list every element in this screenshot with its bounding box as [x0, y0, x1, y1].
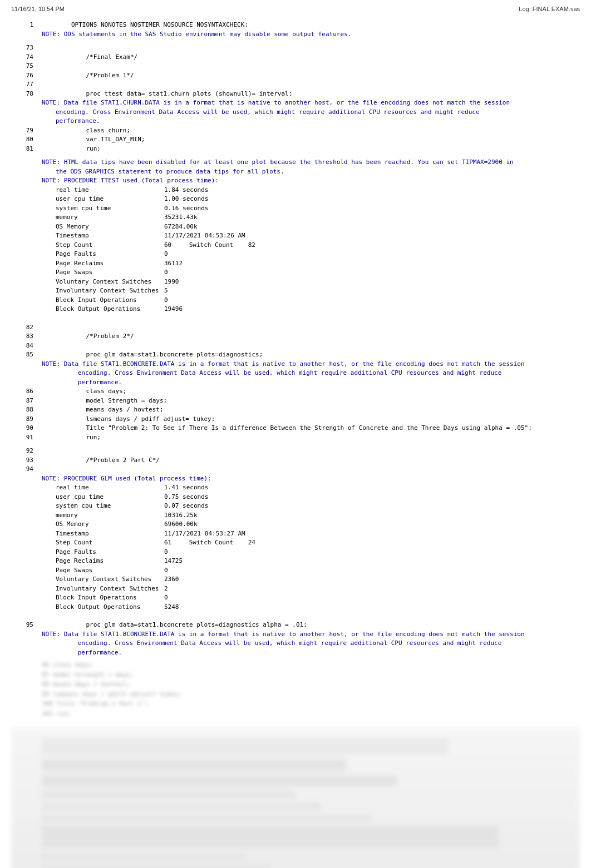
- line-code: class churn;: [42, 126, 580, 136]
- stat-value: 1990: [164, 277, 179, 287]
- stat-value: 0: [164, 566, 168, 576]
- stat-row-timestamp: Timestamp 11/17/2021 04:53:26 AM: [56, 231, 580, 241]
- line-code: /*Final Exam*/: [42, 53, 580, 62]
- stat-row-vol-ctx: Voluntary Context Switches 1990: [56, 277, 580, 287]
- stat-label: Timestamp: [56, 529, 164, 539]
- code-line-73: 73: [11, 43, 580, 53]
- note-bconcrete-1: NOTE: Data file STAT1.BCONCRETE.DATA is …: [11, 360, 580, 369]
- stat-label: system cpu time: [56, 204, 164, 214]
- stat-value: 0.75 seconds: [164, 493, 208, 502]
- stat-row-block-in: Block Input Operations 0: [56, 593, 580, 603]
- stat-value: 69600.00k: [164, 520, 198, 529]
- stat-value: 0: [164, 296, 168, 305]
- line-code: class days;: [42, 387, 580, 396]
- line-num: 78: [11, 90, 42, 99]
- stat-row-memory: memory 35231.43k: [56, 213, 580, 222]
- note-churn-3: performance.: [11, 117, 580, 126]
- line-num: 92: [11, 447, 42, 456]
- stat-row-page-reclaims: Page Reclaims 14725: [56, 557, 580, 566]
- stat-value: 35231.43k: [164, 213, 198, 222]
- code-line-95: 95 proc glm data=stat1.bconcrete plots=d…: [11, 621, 580, 630]
- stat-label: Voluntary Context Switches: [56, 575, 164, 584]
- code-line-1: 1 OPTIONS NONOTES NOSTIMER NOSOURCE NOSY…: [11, 21, 580, 30]
- stat-value: 0.16 seconds: [164, 204, 208, 214]
- stat-value: 60: [164, 241, 171, 250]
- blurred-line-3: 98 means days / hovtest;: [42, 679, 580, 690]
- stat-label: Page Reclaims: [56, 259, 164, 269]
- line-num: 90: [11, 424, 42, 433]
- line-num: 86: [11, 387, 42, 396]
- code-line-83: 83 /*Problem 2*/: [11, 332, 580, 341]
- line-code: [42, 43, 580, 53]
- line-num: 81: [11, 145, 42, 154]
- line-code: var TTL_DAY_MIN;: [42, 135, 580, 145]
- stat-row-user-cpu: user cpu time 0.75 seconds: [56, 493, 580, 502]
- blurred-code: 96 class days; 97 model Strength = days;…: [11, 660, 580, 719]
- stat-row-invol-ctx: Involuntary Context Switches 2: [56, 584, 580, 594]
- stat-label: Block Input Operations: [56, 593, 164, 603]
- stat-value: 5248: [164, 603, 179, 612]
- note-bconcrete-2: encoding. Cross Environment Data Access …: [11, 369, 580, 378]
- stat-row-memory: memory 10316.25k: [56, 511, 580, 520]
- stat-value: 5: [164, 286, 168, 296]
- code-line-85: 85 proc glm data=stat1.bconcrete plots=d…: [11, 350, 580, 360]
- code-line-88: 88 means days / hovtest;: [11, 405, 580, 415]
- line-code: [42, 465, 580, 474]
- stat-label: Page Faults: [56, 250, 164, 259]
- stat-label: Timestamp: [56, 231, 164, 241]
- stat-value: 61: [164, 538, 171, 548]
- stat-row-page-swaps: Page Swaps 0: [56, 268, 580, 277]
- line-code: [42, 62, 580, 71]
- line-code: [42, 323, 580, 333]
- stat-row-sys-cpu: system cpu time 0.07 seconds: [56, 502, 580, 511]
- stat-row-os-memory: OS Memory 67284.00k: [56, 222, 580, 232]
- stat-value: 36112: [164, 259, 183, 269]
- proc-glm-note: NOTE: PROCEDURE GLM used (Total process …: [11, 474, 580, 484]
- stat-label: Involuntary Context Switches: [56, 286, 164, 296]
- line-code: proc ttest data= stat1.churn plots (show…: [42, 90, 580, 99]
- stat-label: Block Output Operations: [56, 603, 164, 612]
- stat-label: Step Count: [56, 241, 164, 250]
- blurred-line-4: 99 lsmeans days / pdiff adjust= tukey;: [42, 690, 580, 700]
- blurred-line-2: 97 model Strength = days;: [42, 670, 580, 680]
- note-html-tips-2: the ODS GRAPHICS statement to produce da…: [11, 167, 580, 177]
- blurred-plot-area: [11, 727, 580, 868]
- stat-label: memory: [56, 511, 164, 520]
- line-code: OPTIONS NONOTES NOSTIMER NOSOURCE NOSYNT…: [42, 21, 580, 30]
- note-ods: NOTE: ODS statements in the SAS Studio e…: [11, 30, 580, 39]
- code-line-86: 86 class days;: [11, 387, 580, 396]
- line-num: 79: [11, 126, 42, 136]
- line-num: 1: [11, 21, 42, 30]
- line-num: 83: [11, 332, 42, 341]
- line-code: run;: [42, 433, 580, 443]
- line-code: Title "Problem 2: To See if There Is a d…: [42, 424, 580, 433]
- stat-label: Voluntary Context Switches: [56, 277, 164, 287]
- stat-value: 11/17/2021 04:53:26 AM: [164, 231, 245, 241]
- line-num: 75: [11, 62, 42, 71]
- code-line-80: 80 var TTL_DAY_MIN;: [11, 135, 580, 145]
- line-code: [42, 447, 580, 456]
- stat-value: 1.84 seconds: [164, 186, 208, 195]
- line-num: 95: [11, 621, 42, 630]
- stat-row-block-out: Block Output Operations 19496: [56, 305, 580, 314]
- line-num: 93: [11, 456, 42, 465]
- stat-extra: Switch Count 82: [174, 241, 255, 250]
- code-line-74: 74 /*Final Exam*/: [11, 53, 580, 62]
- note-bconcrete-95-1: NOTE: Data file STAT1.BCONCRETE.DATA is …: [11, 630, 580, 639]
- note-bconcrete-95-2: encoding. Cross Environment Data Access …: [11, 639, 580, 648]
- stat-row-page-faults: Page Faults 0: [56, 250, 580, 259]
- stat-row-block-out: Block Output Operations 5248: [56, 603, 580, 612]
- stat-row-user-cpu: user cpu time 1.00 seconds: [56, 195, 580, 204]
- stat-value: 0: [164, 268, 168, 277]
- line-code: [42, 341, 580, 351]
- stat-label: Block Input Operations: [56, 296, 164, 305]
- stat-label: OS Memory: [56, 520, 164, 529]
- line-code: /*Problem 1*/: [42, 71, 580, 81]
- line-code: /*Problem 2*/: [42, 332, 580, 341]
- stat-label: Page Swaps: [56, 566, 164, 576]
- line-code: lsmeans days / pdiff adjust= tukey;: [42, 415, 580, 424]
- stat-label: Step Count: [56, 538, 164, 548]
- code-line-76: 76 /*Problem 1*/: [11, 71, 580, 81]
- stat-value: 11/17/2021 04:53:27 AM: [164, 529, 245, 539]
- line-num: 91: [11, 433, 42, 443]
